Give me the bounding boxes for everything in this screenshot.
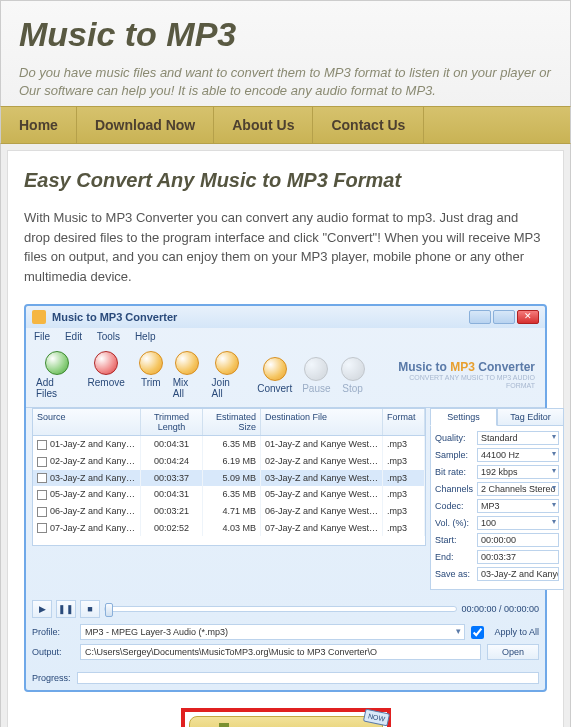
nav-download-now[interactable]: Download Now	[77, 107, 214, 143]
menu-help[interactable]: Help	[135, 331, 156, 342]
mix-all-button[interactable]: Mix All	[173, 351, 202, 399]
progress-label: Progress:	[32, 673, 71, 683]
col-source[interactable]: Source	[33, 409, 141, 435]
setting-value[interactable]: Standard	[477, 431, 559, 445]
list-header: Source Trimmed Length Estimated Size Des…	[32, 408, 426, 436]
setting-value[interactable]: 192 kbps	[477, 465, 559, 479]
join-all-button[interactable]: Join All	[212, 351, 244, 399]
setting-value[interactable]: MP3	[477, 499, 559, 513]
setting-value[interactable]: 00:00:00	[477, 533, 559, 547]
setting-label: Codec:	[435, 501, 477, 511]
open-button[interactable]: Open	[487, 644, 539, 660]
page-title: Music to MP3	[19, 15, 552, 54]
table-row[interactable]: 03-Jay-Z and Kanye ...00:03:375.09 MB03-…	[33, 470, 425, 487]
table-row[interactable]: 02-Jay-Z and Kanye ...00:04:246.19 MB02-…	[33, 453, 425, 470]
play-button[interactable]: ▶	[32, 600, 52, 618]
join-icon	[215, 351, 239, 375]
tab-tag-editor[interactable]: Tag Editor	[497, 408, 564, 426]
col-format[interactable]: Format	[383, 409, 425, 435]
nav-contact-us[interactable]: Contact Us	[313, 107, 424, 143]
seek-slider[interactable]	[104, 606, 457, 612]
remove-button[interactable]: Remove	[88, 351, 125, 399]
menu-file[interactable]: File	[34, 331, 50, 342]
apply-all-checkbox[interactable]	[471, 626, 484, 639]
table-row[interactable]: 07-Jay-Z and Kanye ...00:02:524.03 MB07-…	[33, 520, 425, 537]
close-button[interactable]	[517, 310, 539, 324]
progress-bar	[77, 672, 539, 684]
download-highlight: DOWNLOAD NOW	[181, 708, 391, 727]
app-icon	[32, 310, 46, 324]
setting-value[interactable]: 2 Channels Stereo	[477, 482, 559, 496]
plus-icon	[45, 351, 69, 375]
setting-label: Channels	[435, 484, 477, 494]
pause-button[interactable]: Pause	[302, 357, 330, 394]
menu-edit[interactable]: Edit	[65, 331, 82, 342]
trim-icon	[139, 351, 163, 375]
table-row[interactable]: 06-Jay-Z and Kanye ...00:03:214.71 MB06-…	[33, 503, 425, 520]
nav-home[interactable]: Home	[1, 107, 77, 143]
playbar: ▶ ❚❚ ■ 00:00:00 / 00:00:00	[26, 596, 545, 624]
list-body[interactable]: 01-Jay-Z and Kanye ...00:04:316.35 MB01-…	[32, 436, 426, 546]
setting-value[interactable]: 00:03:37	[477, 550, 559, 564]
main-nav: Home Download Now About Us Contact Us	[0, 106, 571, 144]
output-label: Output:	[32, 647, 74, 657]
table-row[interactable]: 05-Jay-Z and Kanye ...00:04:316.35 MB05-…	[33, 486, 425, 503]
time-display: 00:00:00 / 00:00:00	[461, 604, 539, 614]
side-panel: Settings Tag Editor Quality:StandardSamp…	[430, 408, 564, 590]
app-screenshot: Music to MP3 Converter File Edit Tools H…	[24, 304, 547, 692]
main-content: Easy Convert Any Music to MP3 Format Wit…	[7, 150, 564, 727]
stop-icon	[341, 357, 365, 381]
nav-about-us[interactable]: About Us	[214, 107, 313, 143]
now-badge: NOW	[363, 709, 390, 727]
pause-icon	[304, 357, 328, 381]
stop-playback-button[interactable]: ■	[80, 600, 100, 618]
setting-label: Quality:	[435, 433, 477, 443]
setting-label: Start:	[435, 535, 477, 545]
setting-label: Save as:	[435, 569, 477, 579]
setting-value[interactable]: 100	[477, 516, 559, 530]
minimize-button[interactable]	[469, 310, 491, 324]
table-row[interactable]: 01-Jay-Z and Kanye ...00:04:316.35 MB01-…	[33, 436, 425, 453]
setting-value[interactable]: 44100 Hz	[477, 448, 559, 462]
page-header: Music to MP3 Do you have music files and…	[0, 0, 571, 106]
convert-button[interactable]: Convert	[257, 357, 292, 394]
col-size[interactable]: Estimated Size	[203, 409, 261, 435]
apply-all-label: Apply to All	[494, 627, 539, 637]
setting-label: Vol. (%):	[435, 518, 477, 528]
pause-playback-button[interactable]: ❚❚	[56, 600, 76, 618]
tab-settings[interactable]: Settings	[430, 408, 497, 426]
trim-button[interactable]: Trim	[139, 351, 163, 399]
maximize-button[interactable]	[493, 310, 515, 324]
profile-select[interactable]: MP3 - MPEG Layer-3 Audio (*.mp3)	[80, 624, 465, 640]
download-button[interactable]: DOWNLOAD NOW	[189, 716, 383, 727]
setting-label: Bit rate:	[435, 467, 477, 477]
content-intro: With Music to MP3 Converter you can conv…	[24, 208, 547, 286]
menu-tools[interactable]: Tools	[97, 331, 120, 342]
setting-value[interactable]: 03-Jay-Z and Kanye W	[477, 567, 559, 581]
minus-icon	[94, 351, 118, 375]
window-title: Music to MP3 Converter	[52, 311, 469, 323]
col-length[interactable]: Trimmed Length	[141, 409, 203, 435]
mix-icon	[175, 351, 199, 375]
content-heading: Easy Convert Any Music to MP3 Format	[24, 169, 547, 192]
slider-thumb[interactable]	[105, 603, 113, 617]
add-files-button[interactable]: Add Files	[36, 351, 78, 399]
stop-button[interactable]: Stop	[341, 357, 365, 394]
file-list: Source Trimmed Length Estimated Size Des…	[32, 408, 426, 590]
setting-label: Sample:	[435, 450, 477, 460]
menubar: File Edit Tools Help	[26, 328, 545, 345]
convert-icon	[263, 357, 287, 381]
setting-label: End:	[435, 552, 477, 562]
col-dest[interactable]: Destination File	[261, 409, 383, 435]
output-path[interactable]: C:\Users\Sergey\Documents\MusicToMP3.org…	[80, 644, 481, 660]
profile-label: Profile:	[32, 627, 74, 637]
page-subtitle: Do you have music files and want to conv…	[19, 64, 552, 100]
toolbar: Add Files Remove Trim Mix All Join All C…	[26, 345, 545, 408]
brand-logo: Music to MP3 Converter CONVERT ANY MUSIC…	[379, 361, 535, 390]
titlebar: Music to MP3 Converter	[26, 306, 545, 328]
